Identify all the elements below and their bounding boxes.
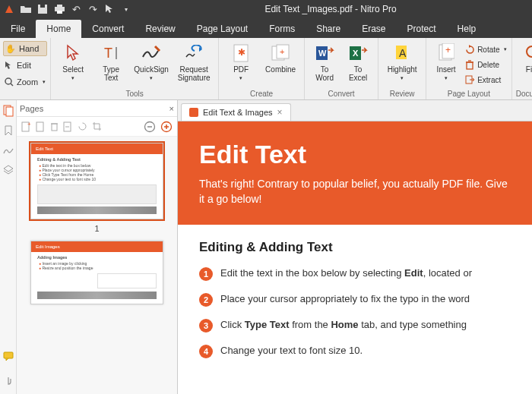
group-label-page-layout: Page Layout [426, 90, 511, 99]
rotate-page-icon[interactable] [78, 121, 87, 131]
svg-text:✱: ✱ [238, 47, 245, 58]
document-body: Editing & Adding Text 1Edit the text in … [178, 225, 532, 386]
print-icon[interactable] [53, 3, 65, 15]
comments-panel-icon[interactable] [2, 350, 14, 362]
combine-icon: + [270, 43, 291, 64]
cursor-tool-icon[interactable] [103, 3, 116, 15]
svg-text:W: W [318, 49, 327, 58]
delete-page-icon[interactable] [50, 121, 59, 131]
extract-icon [464, 74, 475, 85]
ribbon-group-page-layout: + Insert▾ Rotate▾ Delete Extract Page La… [426, 38, 511, 99]
tab-convert[interactable]: Convert [81, 20, 135, 38]
tab-share[interactable]: Share [306, 20, 351, 38]
thumbnail-image-placeholder [37, 184, 157, 204]
qat-dropdown-icon[interactable]: ▾ [120, 3, 132, 15]
zoom-tool[interactable]: Zoom▾ [3, 74, 47, 90]
titlebar: ↶ ↷ ▾ Edit Text _Images.pdf - Nitro Pro [0, 0, 532, 18]
document-viewport[interactable]: Edit Text That's right! Contrary to popu… [178, 121, 532, 394]
type-text-icon: T [100, 43, 122, 64]
word-icon: W [314, 43, 335, 64]
group-label-document: Document [512, 90, 532, 99]
ribbon: ✋Hand Edit Zoom▾ Select▾ T Type Text Qui… [0, 38, 532, 100]
quicksign-button[interactable]: QuickSign▾ [131, 41, 171, 81]
request-signature-button[interactable]: Request Signature [174, 41, 214, 82]
request-signature-icon [183, 43, 204, 64]
find-button[interactable]: Find [517, 41, 532, 74]
section-heading: Editing & Adding Text [199, 240, 511, 255]
type-text-button[interactable]: T Type Text [93, 41, 128, 82]
attachments-panel-icon[interactable] [2, 376, 14, 388]
svg-rect-34 [36, 122, 43, 131]
page-thumbnail-2[interactable]: Edit Images Adding Images Insert an imag… [30, 241, 163, 304]
group-label-tools: Tools [51, 90, 218, 99]
redo-icon[interactable]: ↷ [87, 3, 99, 15]
to-word-button[interactable]: W To Word [309, 41, 340, 82]
svg-rect-23 [467, 62, 473, 69]
tab-page-layout[interactable]: Page Layout [186, 20, 258, 38]
pdf-icon: ✱ [230, 43, 252, 64]
svg-text:A: A [399, 47, 407, 59]
window-title: Edit Text _Images.pdf - Nitro Pro [132, 4, 529, 14]
tab-forms[interactable]: Forms [258, 20, 306, 38]
delete-icon [464, 59, 475, 70]
tab-help[interactable]: Help [447, 20, 487, 38]
crop-page-icon[interactable] [92, 121, 102, 131]
tab-protect[interactable]: Protect [397, 20, 447, 38]
pages-panel-title: Pages [20, 104, 43, 113]
ribbon-group-tools: Select▾ T Type Text QuickSign▾ Request S… [51, 38, 219, 99]
open-icon[interactable] [20, 3, 32, 15]
combine-button[interactable]: + Combine [261, 41, 299, 74]
undo-icon[interactable]: ↶ [70, 3, 82, 15]
document-tab[interactable]: Edit Text & Images × [181, 103, 291, 121]
find-icon [523, 43, 532, 64]
pages-panel-icon[interactable] [2, 105, 14, 117]
new-page-icon[interactable]: + [21, 121, 31, 132]
file-menu[interactable]: File [0, 20, 36, 38]
insert-page-icon: + [435, 43, 457, 64]
edit-tool[interactable]: Edit [3, 58, 47, 73]
zoom-out-icon[interactable] [144, 121, 156, 133]
document-tabs: Edit Text & Images × [178, 100, 532, 121]
select-button[interactable]: Select▾ [55, 41, 90, 81]
page-thumbnail-1[interactable]: Edit Text Editing & Adding Text Edit the… [30, 143, 163, 219]
close-panel-icon[interactable]: × [169, 104, 174, 113]
svg-text:X: X [353, 49, 359, 58]
edit-cursor-icon [5, 61, 14, 70]
group-label-convert: Convert [305, 90, 378, 99]
rotate-button[interactable]: Rotate▾ [464, 43, 506, 56]
hand-tool[interactable]: ✋Hand [3, 41, 47, 56]
delete-button[interactable]: Delete [464, 58, 506, 71]
svg-rect-30 [6, 107, 13, 116]
replace-page-icon[interactable] [63, 121, 73, 132]
save-icon[interactable] [36, 3, 49, 15]
highlight-button[interactable]: A Highlight▾ [383, 41, 421, 81]
pdf-button[interactable]: ✱ PDF▾ [223, 41, 258, 81]
to-excel-button[interactable]: X To Excel [343, 41, 373, 82]
layers-panel-icon[interactable] [2, 164, 14, 176]
group-label-create: Create [219, 90, 304, 99]
thumbnail-bar-placeholder [37, 206, 157, 214]
svg-rect-3 [57, 5, 62, 7]
pages-panel-toolbar: + [17, 117, 177, 137]
insert-button[interactable]: + Insert▾ [431, 41, 461, 81]
hero-title: Edit Text [199, 140, 511, 169]
bookmarks-panel-icon[interactable] [2, 125, 14, 137]
svg-text:+: + [280, 47, 284, 56]
pages-panel: Pages × + Edit Text Editing & Adding Tex… [17, 100, 178, 394]
close-tab-icon[interactable]: × [277, 107, 283, 118]
step-1: 1Edit the text in the box below by selec… [199, 267, 511, 281]
zoom-in-icon[interactable] [160, 121, 173, 133]
tab-home[interactable]: Home [36, 20, 81, 38]
tab-erase[interactable]: Erase [351, 20, 396, 38]
left-sidebar-rail [0, 100, 17, 394]
step-2: 2Place your cursor appropriately to fix … [199, 293, 511, 307]
hero-banner: Edit Text That's right! Contrary to popu… [178, 121, 532, 225]
tab-review[interactable]: Review [135, 20, 185, 38]
extract-page-icon[interactable] [36, 121, 46, 132]
select-icon [62, 43, 84, 64]
pages-thumbnails-scroll[interactable]: Edit Text Editing & Adding Text Edit the… [17, 137, 177, 394]
dropdown-icon: ▾ [43, 79, 46, 85]
extract-button[interactable]: Extract [464, 73, 506, 87]
step-4: 4Change your text to font size 10. [199, 345, 511, 358]
signatures-panel-icon[interactable] [2, 144, 14, 156]
